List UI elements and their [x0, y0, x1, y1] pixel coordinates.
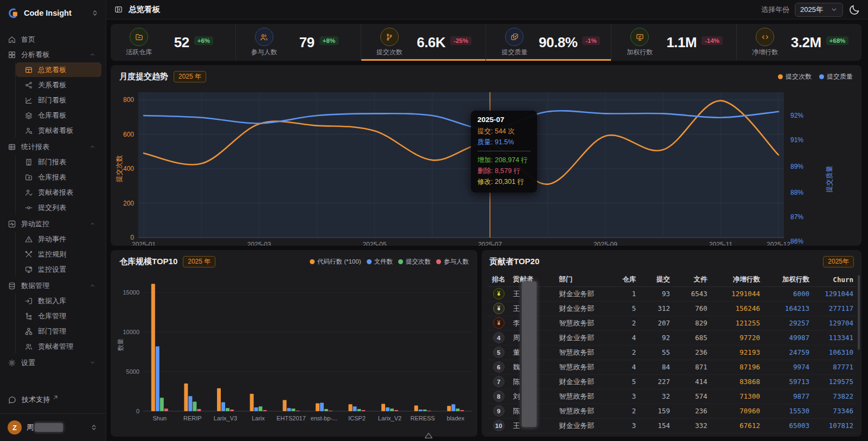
column-header-files[interactable]: 文件 [673, 273, 710, 286]
sidebar-item-label: 异动事件 [38, 234, 96, 244]
sidebar-item-anomaly-monitor[interactable]: 异动监控 [0, 216, 101, 231]
column-header-repos[interactable]: 仓库 [609, 273, 639, 286]
sidebar-item-data-import[interactable]: 数据入库 [16, 293, 101, 308]
sidebar-item-repo-board[interactable]: 仓库看板 [16, 108, 101, 123]
stat-card-commit-quality[interactable]: 提交质量90.8%-1% [486, 24, 611, 61]
column-header-churn[interactable]: Churn [812, 273, 856, 286]
cell-repos: 5 [609, 301, 639, 316]
user-menu[interactable]: Z 周 [0, 413, 106, 436]
sidebar-item-settings[interactable]: 设置 [0, 355, 101, 370]
sidebar-nav: 首页分析看板总览看板关系看板部门看板仓库看板贡献者看板统计报表部门报表仓库报表贡… [0, 26, 106, 391]
table-row[interactable]: 5董智慧政务部2552369219324759106310 [487, 345, 856, 360]
legend-item[interactable]: 提交次数 [398, 258, 431, 266]
table-row[interactable]: 王财金业务部1936543129104460001291044 [487, 286, 856, 301]
stat-card-active-repos[interactable]: 活跃仓库52+6% [111, 24, 235, 61]
sidebar-item-relation-board[interactable]: 关系看板 [16, 78, 101, 92]
sidebar-item-monitor-settings[interactable]: 监控设置 [16, 262, 101, 277]
column-header-dept[interactable]: 部门 [557, 273, 609, 286]
table-row[interactable]: 7陈财金业务部52274148386859713129575 [487, 374, 856, 389]
sidebar-item-contributor-board[interactable]: 贡献者看板 [16, 123, 101, 138]
table-row[interactable]: 李智慧政务部220782912125529257129704 [487, 316, 856, 330]
panel-collapse-icon[interactable] [114, 5, 123, 14]
cell-dept: 财金业务部 [557, 286, 609, 301]
table-row[interactable]: 8刘智慧政务部33257471300987773822 [487, 389, 856, 404]
cell-dept: 智慧政务部 [557, 389, 609, 404]
sidebar-item-label: 监控规则 [38, 250, 96, 259]
support-link[interactable]: 技术支持 [0, 391, 106, 409]
svg-text:0: 0 [136, 408, 139, 414]
table-row[interactable]: 9陈智慧政务部2159236709601553073346 [487, 404, 856, 418]
rank-badge: 10 [493, 420, 505, 431]
legend-item[interactable]: 提交质量 [819, 72, 853, 81]
chart-icon [24, 96, 33, 105]
sidebar-item-stat-reports[interactable]: 统计报表 [0, 139, 101, 154]
legend-item[interactable]: 文件数 [367, 258, 393, 266]
scroll-hint-icon[interactable] [424, 432, 433, 439]
column-header-commits[interactable]: 提交 [639, 273, 673, 286]
column-header-weighted_lines[interactable]: 加权行数 [763, 273, 812, 286]
column-header-rank[interactable]: 排名 [487, 273, 510, 286]
svg-text:89%: 89% [790, 163, 803, 170]
sidebar-item-home[interactable]: 首页 [0, 32, 101, 47]
legend-dot-icon [310, 259, 315, 264]
sidebar-item-commit-list[interactable]: 提交列表 [16, 200, 101, 215]
sidebar-collapse-icon[interactable] [91, 9, 99, 17]
sidebar-item-data-management[interactable]: 数据管理 [0, 278, 101, 293]
sidebar-item-overview-board[interactable]: 总览看板 [16, 62, 101, 77]
repo-legend: 代码行数 (*100)文件数提交次数参与人数 [310, 258, 469, 266]
sidebar-item-contributor-management[interactable]: 贡献者管理 [16, 339, 101, 354]
stat-label: 参与人数 [251, 48, 277, 57]
cell-net-lines: 87196 [710, 360, 763, 374]
trend-chart-area[interactable]: 800600400200092%91%89%88%87%86%提交次数提交质量2… [111, 88, 861, 246]
dark-mode-toggle[interactable] [848, 4, 860, 16]
table-row[interactable]: 王财金业务部5312760156246164213277117 [487, 301, 856, 316]
legend-item[interactable]: 提交次数 [778, 72, 812, 81]
legend-item[interactable]: 代码行数 (*100) [310, 258, 361, 266]
table-row[interactable]: 10王财金业务部31543326761265003107812 [487, 418, 856, 433]
stat-card-commit-count[interactable]: 提交次数6.6K-25% [361, 24, 486, 61]
cell-commits: 154 [639, 418, 673, 433]
contributors-panel: 贡献者TOP20 2025年 排名贡献者部门仓库提交文件净增行数加权行数Chur… [482, 250, 861, 437]
stat-card-weighted-lines[interactable]: 加权行数1.1M-14% [611, 24, 736, 61]
sidebar-item-label: 仓库看板 [38, 111, 96, 120]
medal-gold-icon [495, 290, 502, 297]
sidebar-item-analysis-boards[interactable]: 分析看板 [0, 47, 101, 62]
medal-bronze-icon [495, 319, 502, 327]
table-row[interactable]: 6魏智慧政务部48487187196997487771 [487, 360, 856, 374]
repo-chart-canvas[interactable]: 150001000050000数量ShunRERIPLarix_V3LarixE… [111, 273, 477, 438]
user-check-icon [24, 188, 33, 197]
legend-label: 提交次数 [406, 258, 431, 266]
legend-item[interactable]: 参与人数 [436, 258, 469, 266]
sidebar-item-department-report[interactable]: 部门报表 [16, 155, 101, 169]
stat-card-participants[interactable]: 参与人数79+8% [235, 24, 361, 61]
app-logo-icon [8, 7, 20, 19]
sidebar-item-department-management[interactable]: 部门管理 [16, 324, 101, 338]
tooltip-primary-rows: 提交: 544 次质量: 91.5% [477, 126, 531, 148]
repo-panel-header: 仓库规模TOP10 2025 年 代码行数 (*100)文件数提交次数参与人数 [111, 250, 477, 273]
sidebar-item-repo-management[interactable]: 仓库管理 [16, 309, 101, 323]
cell-net-lines: 121255 [710, 316, 763, 330]
cell-files: 236 [673, 345, 710, 360]
stat-card-net-lines[interactable]: 净增行数3.2M+68% [736, 24, 861, 61]
sidebar-item-label: 贡献者看板 [38, 126, 96, 136]
rank-badge [493, 288, 505, 299]
column-header-net_lines[interactable]: 净增行数 [710, 273, 763, 286]
cell-dept: 财金业务部 [557, 330, 609, 345]
year-select-value: 2025年 [800, 5, 823, 15]
sidebar-item-contributor-report[interactable]: 贡献者报表 [16, 185, 101, 200]
sidebar-item-repo-report[interactable]: 仓库报表 [16, 170, 101, 184]
legend-dot-icon [398, 259, 403, 264]
table-scrollbar[interactable] [858, 275, 860, 350]
sidebar-item-label: 贡献者报表 [38, 188, 96, 197]
svg-text:800: 800 [123, 96, 134, 104]
sidebar-item-monitor-rules[interactable]: 监控规则 [16, 247, 101, 261]
cell-files: 6543 [673, 286, 710, 301]
topbar: 总览看板 选择年份 2025年 [106, 0, 868, 20]
chevron-down-icon [831, 6, 838, 13]
sidebar-item-department-board[interactable]: 部门看板 [16, 93, 101, 107]
year-select[interactable]: 2025年 [795, 3, 843, 17]
stat-delta-badge: -25% [450, 36, 471, 45]
table-row[interactable]: 4周财金业务部4926859772049987113341 [487, 330, 856, 345]
svg-text:Larix_V2: Larix_V2 [378, 415, 401, 421]
sidebar-item-anomaly-events[interactable]: 异动事件 [16, 232, 101, 246]
